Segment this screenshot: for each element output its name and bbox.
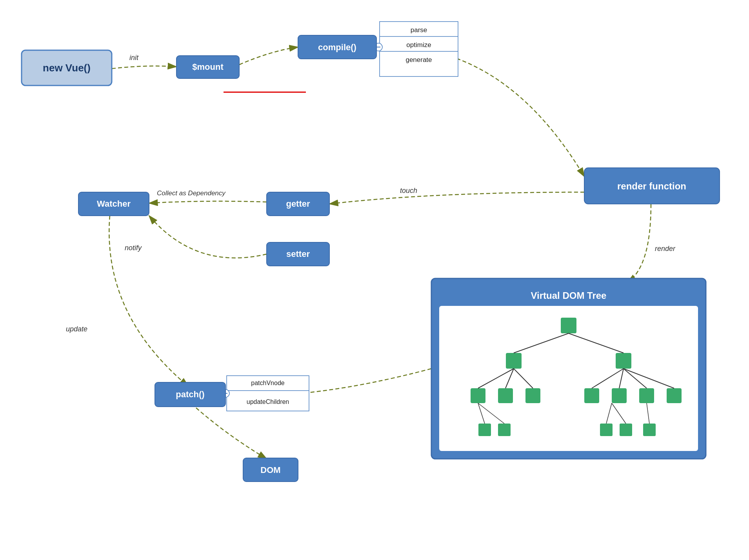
label-touch: touch xyxy=(400,187,417,195)
tree-node-l3-7 xyxy=(667,388,682,403)
tree-node-l4-2 xyxy=(498,424,511,436)
diagram-container: init touch Collect as Dependency notify … xyxy=(0,0,749,560)
tree-node-l3-2 xyxy=(498,388,513,403)
mount-label: $mount xyxy=(192,62,224,72)
tree-node-l4-1 xyxy=(478,424,491,436)
tree-node-l3-1 xyxy=(471,388,485,403)
tree-node-l2-right xyxy=(616,353,631,369)
edge-patch-dom xyxy=(196,408,267,459)
tree-node-l4-5 xyxy=(643,424,656,436)
patch-sub-updatechildren: updateChildren xyxy=(247,398,289,405)
compile-sub-generate: generate xyxy=(405,56,432,64)
tree-node-l4-3 xyxy=(600,424,613,436)
patch-label: patch() xyxy=(176,389,204,399)
watcher-label: Watcher xyxy=(97,199,131,209)
tree-node-l3-3 xyxy=(525,388,540,403)
compile-sub-parse: parse xyxy=(411,26,427,34)
edge-getter-watcher xyxy=(149,201,267,203)
edge-init xyxy=(112,66,176,69)
render-function-label: render function xyxy=(617,181,686,191)
setter-label: setter xyxy=(286,249,310,259)
edge-mount-compile xyxy=(239,47,298,65)
label-collect: Collect as Dependency xyxy=(157,189,226,197)
label-notify: notify xyxy=(125,244,142,252)
tree-node-l3-6 xyxy=(639,388,654,403)
getter-label: getter xyxy=(286,199,310,209)
tree-node-l3-4 xyxy=(584,388,599,403)
tree-node-l4-4 xyxy=(620,424,632,436)
patch-sub-patchvnode: patchVnode xyxy=(251,380,285,386)
compile-sub-optimize: optimize xyxy=(406,41,431,49)
edge-render-vdom xyxy=(627,204,651,282)
new-vue-label: new Vue() xyxy=(43,62,91,74)
dom-label: DOM xyxy=(260,465,280,475)
tree-node-root xyxy=(561,318,576,333)
edge-watcher-patch1 xyxy=(109,216,188,386)
edge-render-getter xyxy=(329,192,584,204)
flow-diagram: init touch Collect as Dependency notify … xyxy=(0,0,749,560)
edge-setter-watcher xyxy=(149,216,267,258)
label-update: update xyxy=(66,325,87,333)
compile-label: compile() xyxy=(318,42,356,52)
label-init: init xyxy=(129,54,139,62)
tree-node-l3-5 xyxy=(612,388,627,403)
vdom-title: Virtual DOM Tree xyxy=(531,290,607,301)
tree-node-l2-left xyxy=(506,353,522,369)
label-render: render xyxy=(655,245,676,253)
